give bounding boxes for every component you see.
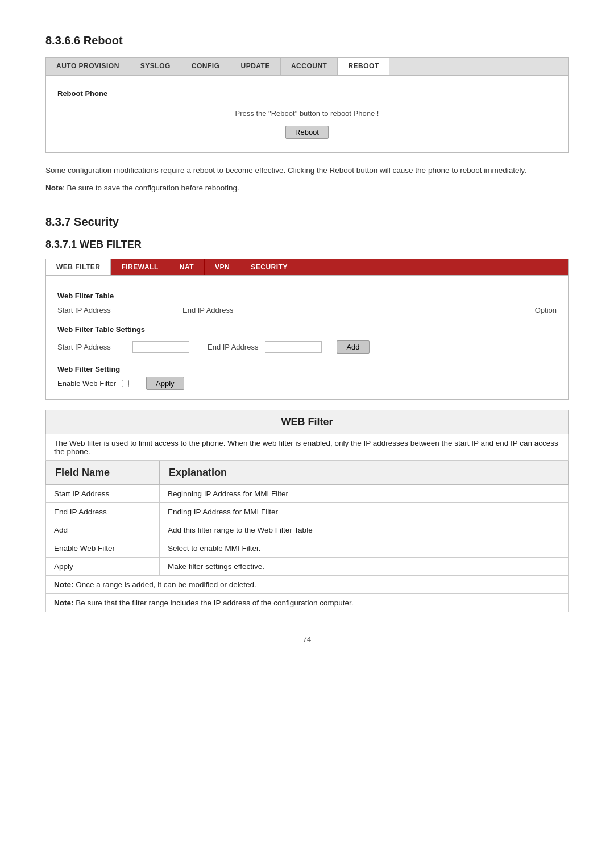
description-table: WEB Filter The Web filter is used to lim…	[45, 410, 569, 612]
section-836-title: 8.3.6.6 Reboot	[45, 34, 569, 47]
tab-account[interactable]: ACCOUNT	[281, 58, 338, 75]
header-explanation: Explanation	[160, 460, 569, 484]
filter-table-header: Start IP Address End IP Address Option	[57, 304, 557, 317]
enable-web-filter-label: Enable Web Filter	[57, 379, 116, 388]
field-name: Enable Web Filter	[46, 539, 160, 557]
col-end-header: End IP Address	[182, 306, 500, 314]
reboot-button[interactable]: Reboot	[285, 126, 329, 139]
field-name: Add	[46, 521, 160, 539]
enable-web-filter-checkbox[interactable]	[122, 380, 129, 387]
tab-reboot[interactable]: REBOOT	[338, 58, 389, 75]
tab-nat[interactable]: NAT	[169, 259, 205, 275]
field-explanation: Ending IP Address for MMI Filter	[160, 502, 569, 521]
col-option-header: Option	[500, 306, 557, 314]
tab-update[interactable]: UPDATE	[230, 58, 280, 75]
table-row: Enable Web FilterSelect to enable MMI Fi…	[46, 539, 569, 557]
table-row: ApplyMake filter settings effective.	[46, 557, 569, 575]
filter-panel: Web Filter Table Start IP Address End IP…	[45, 276, 569, 400]
field-explanation: Make filter settings effective.	[160, 557, 569, 575]
desc-intro: The Web filter is used to limit access t…	[46, 434, 569, 460]
note-row-1: Note: Once a range is added, it can be m…	[46, 575, 569, 593]
reboot-tab-bar: AUTO PROVISION SYSLOG CONFIG UPDATE ACCO…	[45, 57, 569, 76]
table-row: End IP AddressEnding IP Address for MMI …	[46, 502, 569, 521]
reboot-panel: Reboot Phone Press the "Reboot" button t…	[45, 76, 569, 153]
end-ip-label: End IP Address	[208, 343, 258, 351]
reboot-instruction: Press the "Reboot" button to reboot Phon…	[57, 109, 557, 118]
enable-row: Enable Web Filter Apply	[57, 377, 557, 390]
section-8371-title: 8.3.7.1 WEB FILTER	[45, 239, 569, 251]
tab-web-filter[interactable]: WEB FILTER	[46, 259, 111, 275]
note-2-text: Note: Be sure that the filter range incl…	[46, 593, 569, 612]
apply-button[interactable]: Apply	[146, 377, 184, 390]
note-row-2: Note: Be sure that the filter range incl…	[46, 593, 569, 612]
reboot-note: Note: Be sure to save the configuration …	[45, 182, 569, 195]
reboot-info: Some configuration modifications require…	[45, 164, 569, 177]
security-tab-bar: WEB FILTER FIREWALL NAT VPN SECURITY	[45, 259, 569, 276]
tab-vpn[interactable]: VPN	[205, 259, 240, 275]
tab-security[interactable]: SECURITY	[240, 259, 298, 275]
start-ip-label: Start IP Address	[57, 343, 126, 351]
field-explanation: Add this filter range to the Web Filter …	[160, 521, 569, 539]
field-name: End IP Address	[46, 502, 160, 521]
section-837-title: 8.3.7 Security	[45, 215, 569, 229]
note-label: Note	[45, 184, 63, 192]
tab-syslog[interactable]: SYSLOG	[130, 58, 181, 75]
end-ip-input[interactable]	[265, 341, 322, 353]
tab-config[interactable]: CONFIG	[181, 58, 231, 75]
header-field: Field Name	[46, 460, 160, 484]
tab-auto-provision[interactable]: AUTO PROVISION	[46, 58, 130, 75]
reboot-phone-label: Reboot Phone	[57, 89, 557, 98]
field-name: Apply	[46, 557, 160, 575]
field-explanation: Select to enable MMI Filter.	[160, 539, 569, 557]
reboot-center: Press the "Reboot" button to reboot Phon…	[57, 103, 557, 141]
web-filter-settings-label: Web Filter Table Settings	[57, 325, 557, 334]
table-row: Start IP AddressBeginning IP Address for…	[46, 484, 569, 502]
col-start-header: Start IP Address	[57, 306, 182, 314]
desc-table-title: WEB Filter	[46, 410, 569, 434]
field-name: Start IP Address	[46, 484, 160, 502]
table-row: AddAdd this filter range to the Web Filt…	[46, 521, 569, 539]
tab-firewall[interactable]: FIREWALL	[111, 259, 169, 275]
web-filter-table-label: Web Filter Table	[57, 292, 557, 300]
add-button[interactable]: Add	[337, 340, 369, 354]
field-explanation: Beginning IP Address for MMI Filter	[160, 484, 569, 502]
start-ip-input[interactable]	[132, 341, 189, 353]
note-text: : Be sure to save the configuration befo…	[63, 184, 239, 192]
web-filter-setting-label: Web Filter Setting	[57, 365, 557, 373]
note-1-text: Note: Once a range is added, it can be m…	[46, 575, 569, 593]
page-number: 74	[45, 635, 569, 643]
filter-settings-row: Start IP Address End IP Address Add	[57, 337, 557, 357]
